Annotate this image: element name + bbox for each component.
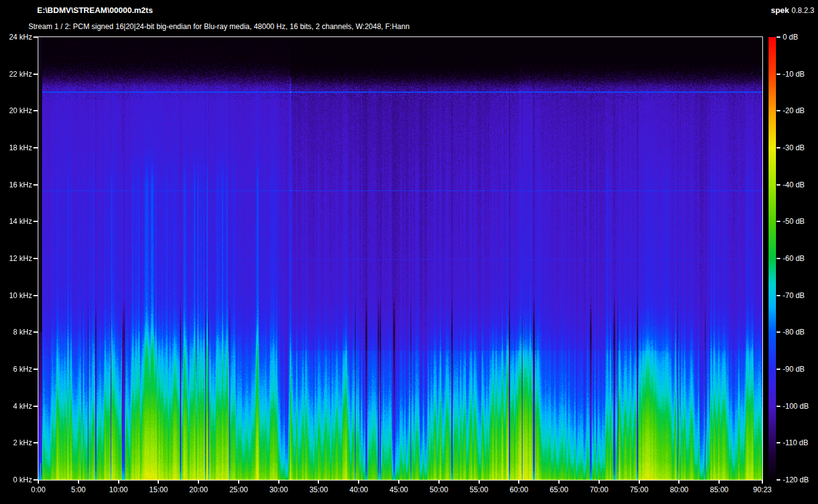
freq-tick-label: 18 kHz bbox=[0, 143, 32, 152]
time-tick-mark bbox=[558, 481, 560, 484]
time-tick-mark bbox=[762, 481, 763, 484]
db-tick-label: -80 dB bbox=[783, 328, 804, 336]
freq-tick-mark bbox=[33, 331, 38, 333]
file-path-title: E:\BDMV\STREAM\00000.m2ts bbox=[37, 6, 153, 15]
time-tick-mark bbox=[278, 481, 279, 484]
freq-tick-label: 22 kHz bbox=[0, 70, 32, 79]
db-tick-label: -20 dB bbox=[783, 106, 804, 115]
db-tick-label: -90 dB bbox=[783, 365, 804, 374]
freq-tick-label: 12 kHz bbox=[0, 254, 32, 263]
spek-app-window: E:\BDMV\STREAM\00000.m2ts spek0.8.2.3 St… bbox=[0, 0, 818, 504]
db-tick-label: -30 dB bbox=[783, 143, 804, 152]
time-tick-mark bbox=[118, 481, 119, 484]
freq-tick-mark bbox=[33, 221, 38, 222]
freq-tick-label: 4 kHz bbox=[0, 402, 32, 411]
freq-tick-label: 16 kHz bbox=[0, 181, 32, 189]
app-version: 0.8.2.3 bbox=[791, 6, 814, 15]
time-tick-label: 60:00 bbox=[509, 485, 528, 494]
time-tick-label: 65:00 bbox=[550, 485, 568, 494]
time-tick-label: 0:00 bbox=[31, 485, 45, 494]
time-tick-mark bbox=[639, 481, 640, 484]
freq-tick-label: 10 kHz bbox=[0, 291, 32, 300]
db-tick-label: -60 dB bbox=[783, 254, 804, 263]
time-tick-label: 55:00 bbox=[470, 485, 488, 494]
freq-tick-mark bbox=[33, 479, 38, 481]
freq-tick-label: 20 kHz bbox=[0, 106, 32, 115]
db-tick-mark bbox=[777, 36, 780, 38]
time-tick-mark bbox=[358, 481, 359, 484]
time-tick-mark bbox=[238, 481, 239, 484]
time-tick-label: 35:00 bbox=[309, 485, 328, 494]
time-tick-mark bbox=[718, 481, 720, 484]
db-tick-label: -100 dB bbox=[783, 402, 809, 411]
db-tick-label: -50 dB bbox=[783, 217, 804, 226]
db-tick-mark bbox=[777, 74, 780, 75]
spectrogram-canvas bbox=[38, 37, 762, 480]
db-tick-mark bbox=[777, 110, 780, 111]
time-tick-label: 25:00 bbox=[229, 485, 248, 494]
time-tick-mark bbox=[398, 481, 399, 484]
time-tick-mark bbox=[198, 481, 199, 484]
time-tick-label: 70:00 bbox=[590, 485, 608, 494]
freq-tick-label: 6 kHz bbox=[0, 365, 32, 374]
db-tick-mark bbox=[777, 184, 780, 186]
time-tick-label: 85:00 bbox=[710, 485, 728, 494]
db-tick-label: -10 dB bbox=[783, 70, 804, 79]
freq-tick-mark bbox=[33, 406, 38, 407]
db-tick-mark bbox=[777, 442, 780, 443]
legend-colorbar bbox=[769, 37, 776, 480]
time-tick-mark bbox=[318, 481, 319, 484]
db-tick-mark bbox=[777, 258, 780, 259]
time-tick-mark bbox=[599, 481, 600, 484]
time-tick-mark bbox=[78, 481, 79, 484]
db-tick-label: -110 dB bbox=[783, 438, 808, 447]
time-tick-mark bbox=[438, 481, 440, 484]
db-tick-label: -120 dB bbox=[783, 476, 809, 484]
time-tick-label: 20:00 bbox=[189, 485, 208, 494]
freq-tick-mark bbox=[33, 442, 38, 443]
freq-tick-mark bbox=[33, 258, 38, 259]
db-tick-mark bbox=[777, 406, 780, 407]
freq-tick-label: 14 kHz bbox=[0, 217, 32, 226]
db-tick-mark bbox=[777, 479, 780, 481]
time-tick-label: 10:00 bbox=[109, 485, 128, 494]
freq-tick-mark bbox=[33, 184, 38, 186]
time-tick-label: 80:00 bbox=[670, 485, 688, 494]
stream-info: Stream 1 / 2: PCM signed 16|20|24-bit bi… bbox=[28, 22, 409, 31]
db-tick-label: -40 dB bbox=[783, 181, 804, 189]
freq-tick-label: 8 kHz bbox=[0, 328, 32, 336]
time-tick-label: 90:23 bbox=[753, 485, 772, 494]
freq-tick-mark bbox=[33, 36, 38, 38]
freq-tick-mark bbox=[33, 295, 38, 296]
time-tick-label: 15:00 bbox=[149, 485, 168, 494]
time-tick-mark bbox=[38, 481, 39, 484]
db-tick-mark bbox=[777, 369, 780, 370]
app-brand: spek0.8.2.3 bbox=[771, 6, 814, 15]
time-tick-label: 45:00 bbox=[390, 485, 408, 494]
db-tick-mark bbox=[777, 295, 780, 296]
time-tick-mark bbox=[678, 481, 680, 484]
db-tick-mark bbox=[777, 331, 780, 333]
db-tick-label: -70 dB bbox=[783, 291, 804, 300]
time-tick-mark bbox=[158, 481, 159, 484]
db-tick-mark bbox=[777, 147, 780, 148]
db-tick-mark bbox=[777, 221, 780, 222]
freq-tick-mark bbox=[33, 369, 38, 370]
freq-tick-mark bbox=[33, 147, 38, 148]
freq-tick-label: 2 kHz bbox=[0, 438, 32, 447]
freq-tick-label: 0 kHz bbox=[0, 476, 32, 484]
freq-tick-mark bbox=[33, 110, 38, 111]
freq-tick-label: 24 kHz bbox=[0, 33, 32, 41]
time-tick-label: 75:00 bbox=[630, 485, 649, 494]
time-tick-label: 50:00 bbox=[430, 485, 448, 494]
spectrogram-frame bbox=[38, 36, 763, 481]
time-tick-label: 5:00 bbox=[71, 485, 85, 494]
time-tick-label: 30:00 bbox=[270, 485, 288, 494]
time-tick-mark bbox=[479, 481, 480, 484]
app-name: spek bbox=[771, 6, 790, 15]
freq-tick-mark bbox=[33, 74, 38, 75]
time-tick-label: 40:00 bbox=[349, 485, 368, 494]
time-tick-mark bbox=[518, 481, 519, 484]
db-tick-label: 0 dB bbox=[783, 33, 798, 41]
